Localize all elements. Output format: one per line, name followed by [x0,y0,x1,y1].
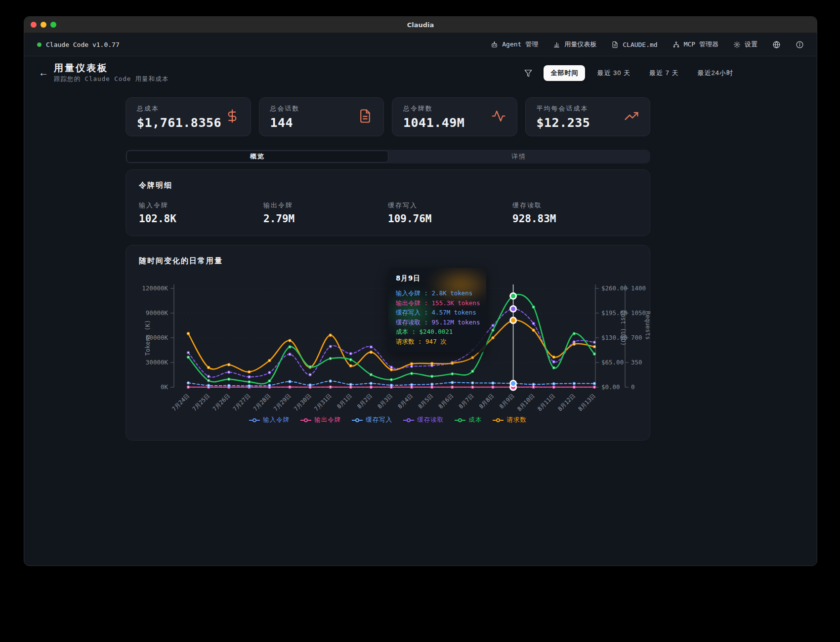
legend-marker-icon [249,418,260,423]
svg-text:Cost (USD): Cost (USD) [620,310,627,346]
svg-text:8月2日: 8月2日 [356,392,374,410]
time-filter-all-time-active[interactable]: 全部时间 [544,65,585,81]
page-header: ← 用量仪表板 跟踪您的 Claude Code 用量和成本 全部时间最近 30… [24,56,817,89]
activity-icon [491,109,506,123]
globe-icon [772,40,781,49]
stat-label: 总会话数 [270,104,300,113]
info-button[interactable] [796,40,804,49]
legend-item-cost[interactable]: 成本 [455,416,482,424]
time-filter-最近 30 天[interactable]: 最近 30 天 [590,65,637,81]
svg-text:8月13日: 8月13日 [577,392,597,411]
menu-item-claude-md[interactable]: CLAUDE.md [611,41,657,48]
svg-text:8月11日: 8月11日 [536,392,556,411]
window-title: Claudia [407,21,434,29]
menu-item-mcp-manager[interactable]: MCP 管理器 [672,40,718,49]
tooltip-row: 输入令牌 : 2.8K tokens [396,288,479,298]
svg-text:7月30日: 7月30日 [293,392,313,411]
legend-marker-icon [352,418,363,423]
svg-text:Tokens (K): Tokens (K) [144,320,151,356]
page-titles: 用量仪表板 跟踪您的 Claude Code 用量和成本 [54,62,168,83]
language-button[interactable] [772,40,781,49]
svg-text:700: 700 [631,334,642,341]
menu-item-label: CLAUDE.md [623,41,657,48]
bar-chart-icon [553,41,560,48]
chart-x-labels: 7月24日7月25日7月26日7月27日7月28日7月29日7月30日7月31日… [170,392,597,411]
legend-label: 成本 [468,416,482,424]
token-label: 输入令牌 [139,201,263,210]
menu-item-settings[interactable]: 设置 [733,40,757,49]
stat-label: 平均每会话成本 [537,104,590,113]
back-button[interactable]: ← [39,67,53,79]
app-version-label: Claude Code v1.0.77 [46,41,120,48]
minimize-button[interactable] [41,22,46,28]
svg-text:$0.00: $0.00 [601,383,620,391]
token-breakdown-panel: 令牌明细 输入令牌102.8K输出令牌2.79M缓存写入109.76M缓存读取9… [126,169,650,236]
legend-item-cache-read[interactable]: 缓存读取 [403,416,444,424]
network-icon [672,41,680,48]
usage-chart-panel: 随时间变化的日常用量 0K30000K60000K90000K120000K$0… [126,245,650,441]
status-dot-icon [37,42,42,47]
traffic-lights [31,17,56,33]
refresh-button[interactable] [506,69,515,78]
tab-详情[interactable]: 详情 [388,151,649,162]
highlight-dot-requests [509,317,517,324]
token-breakdown-item: 缓存读取928.83M [512,201,637,225]
highlight-dot-cache-read [509,305,517,313]
tooltip-row: 缓存写入 : 4.57M tokens [396,308,479,318]
svg-text:8月9日: 8月9日 [498,392,516,410]
stat-value: 1041.49M [403,116,464,130]
menu-item-label: Agent 管理 [502,40,538,49]
svg-text:$260.00: $260.00 [601,284,628,292]
stat-card: 总成本$1,761.8356 [126,97,251,136]
menu-item-agent-manager[interactable]: Agent 管理 [491,40,538,49]
highlight-dot-cache-write [509,380,517,387]
chart-title: 随时间变化的日常用量 [139,256,637,266]
stat-card: 总会话数144 [259,97,384,136]
legend-label: 缓存读取 [417,416,444,424]
close-button[interactable] [31,22,37,28]
svg-text:8月4日: 8月4日 [396,392,414,410]
svg-text:7月29日: 7月29日 [272,392,293,411]
menu-item-label: 用量仪表板 [564,40,596,49]
svg-text:8月8日: 8月8日 [478,392,496,410]
header-controls: 全部时间最近 30 天最近 7 天最近24小时 [506,56,740,89]
legend-item-output-tokens[interactable]: 输出令牌 [300,416,341,424]
token-breakdown-item: 输入令牌102.8K [139,201,263,225]
top-menu: Agent 管理用量仪表板CLAUDE.mdMCP 管理器设置 [491,40,804,49]
highlight-dot-cost [509,292,517,300]
page-title: 用量仪表板 [54,62,168,73]
filter-button[interactable] [524,69,533,78]
zoom-button[interactable] [50,22,56,28]
menubar: Claude Code v1.0.77 Agent 管理用量仪表板CLAUDE.… [24,33,817,56]
legend-marker-icon [300,418,311,423]
legend-item-requests[interactable]: 请求数 [493,416,527,424]
stat-text: 总成本$1,761.8356 [137,104,221,130]
stat-value: 144 [270,116,300,130]
stat-text: 总会话数144 [270,104,300,130]
chart-gridlines [174,288,595,387]
app-status: Claude Code v1.0.77 [37,41,120,48]
menu-item-usage-dashboard[interactable]: 用量仪表板 [553,40,596,49]
legend-item-cache-write[interactable]: 缓存写入 [352,416,392,424]
time-filter-最近 7 天[interactable]: 最近 7 天 [642,65,685,81]
titlebar: Claudia [24,17,817,33]
token-value: 928.83M [512,213,637,225]
svg-text:Requests: Requests [644,311,651,340]
legend-item-input-tokens[interactable]: 输入令牌 [249,416,290,424]
tab-概览[interactable]: 概览 [126,151,388,162]
stat-cards: 总成本$1,761.8356总会话数144总令牌数1041.49M平均每会话成本… [126,97,650,136]
time-filter-最近24小时[interactable]: 最近24小时 [691,65,740,81]
legend-marker-icon [403,418,414,423]
file-icon [611,41,619,48]
stat-card: 平均每会话成本$12.235 [525,97,651,136]
menu-item-label: 设置 [745,40,757,49]
svg-text:7月27日: 7月27日 [232,392,252,411]
svg-text:8月7日: 8月7日 [458,392,475,410]
chart-tooltip: 8月9日 输入令牌 : 2.8K tokens输出令牌 : 155.3K tok… [388,268,486,353]
svg-text:7月26日: 7月26日 [211,392,231,411]
svg-text:0K: 0K [161,383,168,391]
tooltip-row: 请求数 : 947 次 [396,337,479,347]
svg-text:30000K: 30000K [146,359,168,366]
svg-text:7月25日: 7月25日 [191,392,211,411]
bot-icon [491,41,498,48]
